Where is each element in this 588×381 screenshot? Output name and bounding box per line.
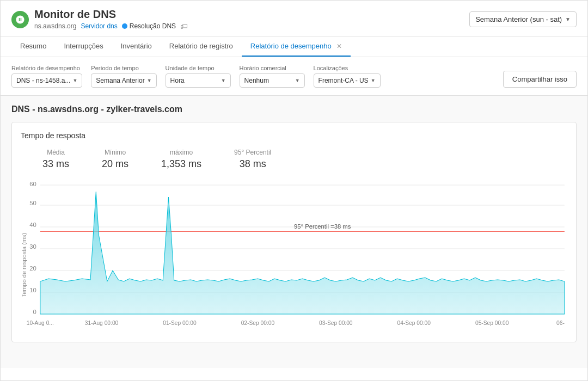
period-dropdown[interactable]: Semana Anterior (sun - sat) ▼ xyxy=(469,11,577,27)
period-select[interactable]: Semana Anterior ▼ xyxy=(91,73,156,88)
share-button[interactable]: Compartilhar isso xyxy=(503,71,577,88)
svg-text:06-: 06- xyxy=(556,320,565,326)
stat-percentil: 95° Percentil 38 ms xyxy=(234,149,271,170)
maximo-label: máximo xyxy=(170,149,193,156)
svg-text:95° Percentil =38 ms: 95° Percentil =38 ms xyxy=(294,223,351,230)
svg-text:10: 10 xyxy=(29,287,36,293)
tab-interrupcoes[interactable]: Interrupções xyxy=(55,36,112,57)
unit-filter-group: Unidade de tempo Hora ▼ xyxy=(166,65,231,88)
nav-tabs: Resumo Interrupções Inventário Relatório… xyxy=(1,36,587,57)
svg-text:Tempo de resposta (ms): Tempo de resposta (ms) xyxy=(21,232,27,297)
chevron-down-icon: ▼ xyxy=(295,78,300,83)
period-label: Período de tempo xyxy=(91,65,156,71)
dns-badge-dot xyxy=(122,23,127,29)
media-value: 33 ms xyxy=(42,158,69,170)
page-title: Monitor de DNS xyxy=(34,8,188,21)
unit-select[interactable]: Hora ▼ xyxy=(166,73,231,88)
report-label: Relatório de desempenho xyxy=(11,65,82,71)
location-label: Localizações xyxy=(314,65,381,71)
period-dropdown-label: Semana Anterior (sun - sat) xyxy=(475,15,562,23)
chart-card: Tempo de resposta Média 33 ms Mínimo 20 … xyxy=(11,122,577,342)
filters-bar: Relatório de desempenho DNS - ns-1458.a.… xyxy=(1,57,587,96)
minimo-value: 20 ms xyxy=(102,158,128,170)
chart-stats: Média 33 ms Mínimo 20 ms máximo 1,353 ms… xyxy=(21,149,567,170)
dns-badge-label: Resolução DNS xyxy=(130,22,176,30)
svg-text:0: 0 xyxy=(33,309,36,315)
chart-area: 0 10 20 30 40 50 60 xyxy=(21,181,567,333)
chevron-down-icon: ▼ xyxy=(371,78,376,83)
chart-card-title: Tempo de resposta xyxy=(21,131,567,140)
dns-title: DNS - ns.awsdns.org - zylker-travels.com xyxy=(11,105,577,114)
svg-text:01-Sep 00:00: 01-Sep 00:00 xyxy=(163,320,197,326)
period-filter-group: Período de tempo Semana Anterior ▼ xyxy=(91,65,156,88)
percentil-value: 38 ms xyxy=(240,158,266,170)
monitor-icon xyxy=(11,11,29,28)
stat-media: Média 33 ms xyxy=(42,149,69,170)
stat-minimo: Mínimo 20 ms xyxy=(102,149,128,170)
svg-text:05-Sep 00:00: 05-Sep 00:00 xyxy=(475,320,509,326)
dns-badge: Resolução DNS xyxy=(122,22,176,30)
svg-text:30: 30 xyxy=(29,243,36,250)
chevron-down-icon: ▼ xyxy=(72,78,77,83)
svg-text:04-Sep 00:00: 04-Sep 00:00 xyxy=(397,320,431,326)
report-value: DNS - ns-1458.a... xyxy=(16,77,70,84)
chevron-down-icon: ▼ xyxy=(221,78,226,83)
svg-text:50: 50 xyxy=(29,200,36,206)
svg-text:31-Aug 00:00: 31-Aug 00:00 xyxy=(85,320,119,326)
unit-label: Unidade de tempo xyxy=(166,65,231,71)
main-content: DNS - ns.awsdns.org - zylker-travels.com… xyxy=(1,96,587,368)
tab-resumo[interactable]: Resumo xyxy=(11,36,55,57)
location-filter-group: Localizações Fremont-CA - US ▼ xyxy=(314,65,381,88)
ns-url: ns.awsdns.org xyxy=(34,22,76,30)
location-value: Fremont-CA - US xyxy=(318,77,369,84)
media-label: Média xyxy=(47,149,65,156)
tab-registro[interactable]: Relatório de registro xyxy=(161,36,242,57)
svg-text:02-Sep 00:00: 02-Sep 00:00 xyxy=(241,320,275,326)
chevron-down-icon: ▼ xyxy=(147,78,152,83)
report-select[interactable]: DNS - ns-1458.a... ▼ xyxy=(11,73,82,88)
commercial-value: Nenhum xyxy=(244,77,269,84)
location-select[interactable]: Fremont-CA - US ▼ xyxy=(314,73,381,88)
chevron-down-icon: ▼ xyxy=(565,16,571,22)
period-value: Semana Anterior xyxy=(96,77,144,84)
tag-icon[interactable]: 🏷 xyxy=(180,22,188,30)
svg-text:03-Sep 00:00: 03-Sep 00:00 xyxy=(319,320,353,326)
tab-inventario[interactable]: Inventário xyxy=(112,36,161,57)
stat-maximo: máximo 1,353 ms xyxy=(161,149,201,170)
tab-desempenho[interactable]: Relatório de desempenho ✕ xyxy=(242,36,351,57)
maximo-value: 1,353 ms xyxy=(161,158,201,170)
commercial-select[interactable]: Nenhum ▼ xyxy=(240,73,305,88)
server-dns-link[interactable]: Servidor dns xyxy=(81,22,117,30)
svg-text:10-Aug 0...: 10-Aug 0... xyxy=(27,320,54,326)
tab-close-icon[interactable]: ✕ xyxy=(336,42,342,50)
svg-text:40: 40 xyxy=(29,222,36,228)
commercial-label: Horário comercial xyxy=(240,65,305,71)
minimo-label: Mínimo xyxy=(105,149,126,156)
unit-value: Hora xyxy=(170,77,185,84)
chart-svg: 0 10 20 30 40 50 60 xyxy=(21,181,567,333)
percentil-label: 95° Percentil xyxy=(234,149,271,156)
commercial-filter-group: Horário comercial Nenhum ▼ xyxy=(240,65,305,88)
report-filter-group: Relatório de desempenho DNS - ns-1458.a.… xyxy=(11,65,82,88)
svg-text:20: 20 xyxy=(29,265,36,272)
svg-text:60: 60 xyxy=(29,181,36,187)
